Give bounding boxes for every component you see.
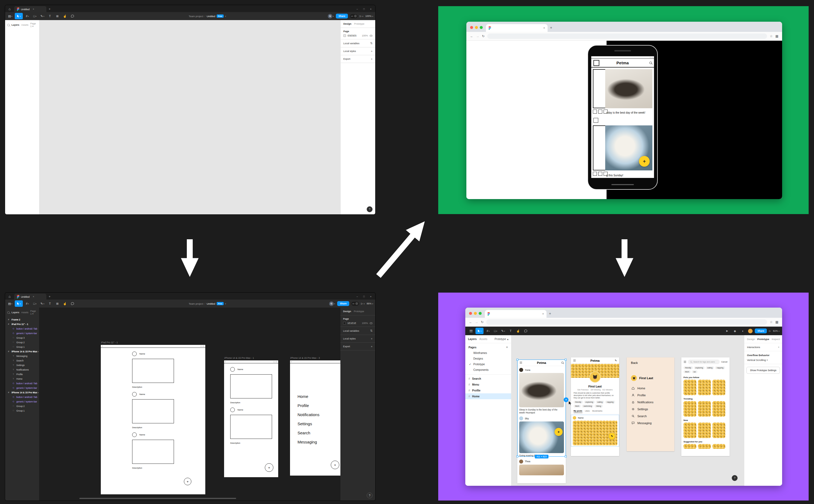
android-nav-icons: □ ○ ▽ xyxy=(650,57,653,58)
add-interaction-handle[interactable]: + xyxy=(564,397,568,402)
edit-icon[interactable]: ✎ xyxy=(615,359,617,362)
app-header: Petma xyxy=(591,59,654,68)
post-caption: nday is the best day of the week! xyxy=(606,111,645,114)
prototype-app-screen[interactable]: ⌇□ ○ ▽ Petma xyxy=(591,56,655,178)
post-photo-frame xyxy=(593,69,652,108)
phone-home-indicator xyxy=(611,184,634,185)
wireframe-box xyxy=(598,172,602,176)
help-button[interactable]: ? xyxy=(732,475,738,481)
wireframe-box xyxy=(593,172,597,176)
post-caption: g this Sunday! xyxy=(606,174,623,177)
phone-speaker xyxy=(614,50,631,51)
mouse-cursor xyxy=(568,401,572,406)
app-title: Petma xyxy=(591,61,654,65)
wireframe-box xyxy=(593,110,597,114)
composite-screenshot: ⌂ Untitled × + – □ × ▤▾ ▾ #▾ □▾ ✎▾ T ⊞ ☝… xyxy=(0,0,814,504)
wireframe-box xyxy=(598,110,602,114)
avatar-placeholder-box xyxy=(593,118,598,123)
help-button[interactable]: ? xyxy=(367,206,373,212)
dog-photo xyxy=(605,69,652,108)
search-icon[interactable] xyxy=(649,62,652,64)
flow-arrows xyxy=(0,0,814,504)
phone-mockup: ⌇□ ○ ▽ Petma xyxy=(588,45,658,190)
flow-arrow-diagonal xyxy=(378,234,414,276)
search-icon[interactable] xyxy=(562,362,564,364)
fab-button[interactable]: + xyxy=(639,156,650,167)
wireframe-statusbar: ⌇□ ○ ▽ xyxy=(591,56,654,59)
help-button[interactable]: ? xyxy=(367,492,373,498)
